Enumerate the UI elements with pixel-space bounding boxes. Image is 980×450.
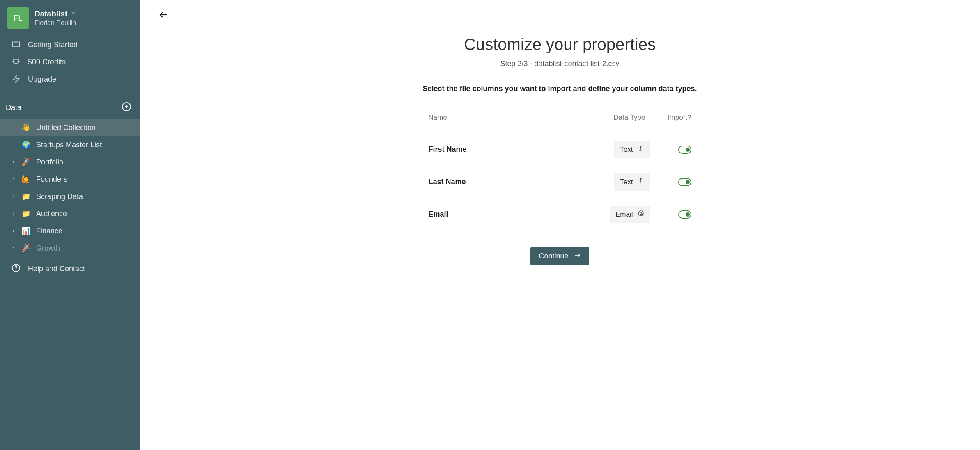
sidebar-collection-item[interactable]: 🌍Startups Master List bbox=[0, 136, 140, 153]
collection-label: Scraping Data bbox=[36, 192, 83, 201]
sidebar-collection-item[interactable]: 🙋Founders bbox=[0, 171, 140, 188]
table-row: Last NameText bbox=[429, 166, 691, 198]
text-type-icon bbox=[637, 145, 645, 154]
workspace-user: Florian Poullin bbox=[34, 19, 76, 27]
collection-label: Founders bbox=[36, 175, 67, 184]
th-name: Name bbox=[429, 114, 585, 122]
nav-label: Upgrade bbox=[28, 75, 56, 84]
chevron-right-icon[interactable] bbox=[11, 246, 16, 250]
sidebar-collection-item[interactable]: 🚀Portfolio bbox=[0, 153, 140, 171]
avatar-initials: FL bbox=[14, 14, 22, 23]
nav-getting-started[interactable]: Getting Started bbox=[0, 36, 140, 53]
collection-label: Portfolio bbox=[36, 158, 63, 167]
svg-line-9 bbox=[640, 146, 641, 151]
data-type-selector[interactable]: Text bbox=[614, 173, 650, 191]
data-type-label: Text bbox=[620, 178, 633, 186]
column-name: First Name bbox=[429, 145, 585, 154]
svg-marker-1 bbox=[13, 76, 19, 83]
collection-emoji: 🙋 bbox=[21, 175, 30, 184]
collection-label: Finance bbox=[36, 227, 62, 235]
collection-emoji: 📁 bbox=[21, 192, 30, 201]
chevron-right-icon[interactable] bbox=[11, 160, 16, 164]
page-subtitle: Step 2/3 - datablist-contact-list-2.csv bbox=[156, 59, 964, 68]
lightning-icon bbox=[11, 75, 21, 84]
th-import: Import? bbox=[650, 114, 691, 122]
continue-button[interactable]: Continue bbox=[530, 247, 589, 265]
data-type-label: Text bbox=[620, 146, 633, 154]
add-collection-button[interactable] bbox=[122, 102, 131, 113]
back-button[interactable] bbox=[156, 8, 171, 23]
workspace-name: Datablist bbox=[34, 9, 67, 18]
data-type-label: Email bbox=[615, 210, 633, 219]
collection-label: Growth bbox=[36, 244, 60, 253]
page-title: Customize your properties bbox=[156, 35, 964, 54]
data-type-selector[interactable]: Text bbox=[614, 141, 650, 158]
help-and-contact[interactable]: Help and Contact bbox=[0, 258, 140, 279]
help-label: Help and Contact bbox=[28, 265, 85, 273]
workspace-info: Datablist Florian Poullin bbox=[34, 9, 76, 27]
collection-emoji: 📁 bbox=[21, 209, 30, 218]
arrow-left-icon bbox=[158, 10, 168, 21]
workspace-switcher[interactable]: FL Datablist Florian Poullin bbox=[0, 0, 140, 33]
collection-emoji: 🌍 bbox=[21, 140, 30, 149]
nav-upgrade[interactable]: Upgrade bbox=[0, 71, 140, 88]
collection-label: Audience bbox=[36, 210, 67, 218]
chevron-right-icon[interactable] bbox=[11, 212, 16, 216]
data-section-header: Data bbox=[0, 96, 140, 119]
data-type-selector[interactable]: Email bbox=[610, 206, 650, 223]
column-name: Last Name bbox=[429, 178, 585, 186]
book-icon bbox=[11, 40, 21, 49]
column-name: Email bbox=[429, 210, 585, 219]
chevron-down-icon bbox=[71, 10, 76, 18]
text-type-icon bbox=[637, 177, 645, 187]
nav-credits[interactable]: 500 Credits bbox=[0, 53, 140, 71]
collection-label: Untitled Collection bbox=[36, 123, 96, 132]
collection-emoji: 🚀 bbox=[21, 158, 30, 167]
chevron-right-icon[interactable] bbox=[11, 194, 16, 199]
avatar: FL bbox=[7, 7, 29, 29]
data-label: Data bbox=[6, 103, 21, 112]
svg-point-0 bbox=[13, 59, 19, 62]
th-type: Data Type bbox=[585, 114, 650, 122]
continue-label: Continue bbox=[539, 252, 568, 260]
import-toggle[interactable] bbox=[678, 210, 691, 219]
arrow-right-icon bbox=[574, 251, 581, 261]
table-row: EmailEmail bbox=[429, 198, 691, 231]
table-header: Name Data Type Import? bbox=[429, 114, 691, 122]
chevron-right-icon[interactable] bbox=[11, 229, 16, 233]
email-type-icon bbox=[637, 210, 645, 219]
sidebar-collection-item[interactable]: 📁Audience bbox=[0, 205, 140, 222]
sidebar-collection-item[interactable]: 👋Untitled Collection bbox=[0, 119, 140, 136]
sidebar: FL Datablist Florian Poullin Getting Sta… bbox=[0, 0, 140, 450]
table-row: First NameText bbox=[429, 133, 691, 166]
help-icon bbox=[11, 263, 21, 274]
sidebar-collection-item[interactable]: 📁Scraping Data bbox=[0, 188, 140, 205]
coins-icon bbox=[11, 57, 21, 66]
import-toggle[interactable] bbox=[678, 178, 691, 186]
main-content: Customize your properties Step 2/3 - dat… bbox=[140, 0, 980, 450]
nav-label: Getting Started bbox=[28, 41, 78, 49]
collection-emoji: 🚀 bbox=[21, 244, 30, 253]
page-instruction: Select the file columns you want to impo… bbox=[156, 85, 964, 93]
chevron-right-icon[interactable] bbox=[11, 177, 16, 181]
columns-table: Name Data Type Import? First NameTextLas… bbox=[429, 114, 691, 231]
sidebar-collection-item[interactable]: 🚀Growth bbox=[0, 240, 140, 257]
collection-emoji: 📊 bbox=[21, 226, 30, 235]
sidebar-collection-item[interactable]: 📊Finance bbox=[0, 222, 140, 240]
svg-line-12 bbox=[640, 179, 641, 183]
collection-label: Startups Master List bbox=[36, 141, 102, 149]
import-toggle[interactable] bbox=[678, 146, 691, 154]
collection-emoji: 👋 bbox=[21, 123, 30, 132]
nav-label: 500 Credits bbox=[28, 58, 66, 66]
